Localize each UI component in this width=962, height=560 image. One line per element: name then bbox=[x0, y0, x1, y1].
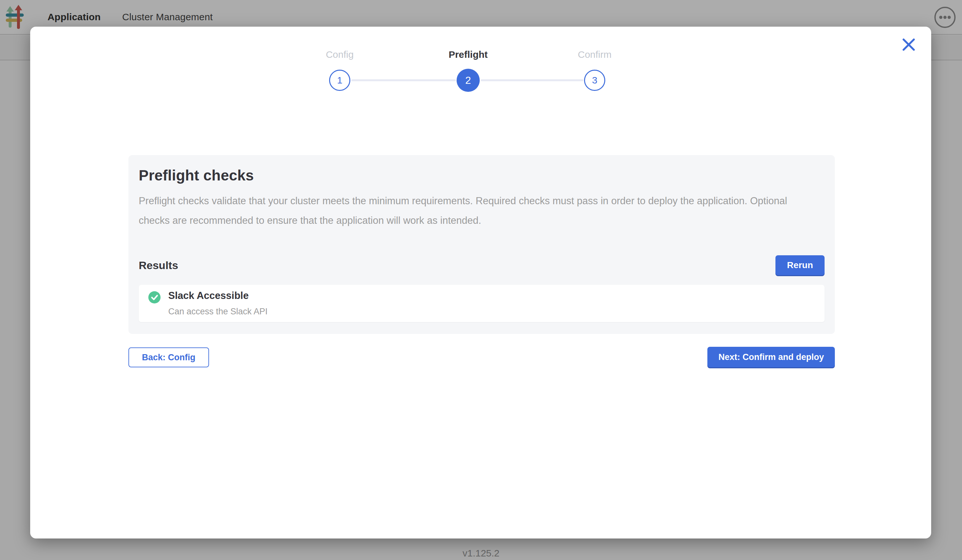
step-circle-confirm[interactable]: 3 bbox=[584, 70, 605, 91]
check-text-block: Slack Accessible Can access the Slack AP… bbox=[168, 290, 268, 316]
stepper-connector bbox=[481, 79, 583, 81]
preflight-result-item: Slack Accessible Can access the Slack AP… bbox=[139, 285, 825, 322]
step-circle-preflight[interactable]: 2 bbox=[457, 69, 480, 92]
results-heading: Results bbox=[139, 259, 178, 272]
step-label-preflight: Preflight bbox=[449, 49, 488, 60]
check-title: Slack Accessible bbox=[168, 290, 268, 302]
close-icon[interactable] bbox=[898, 34, 919, 55]
check-detail: Can access the Slack API bbox=[168, 307, 268, 316]
deploy-wizard-modal: Config Preflight Confirm 1 2 3 Preflight… bbox=[30, 27, 931, 539]
rerun-button[interactable]: Rerun bbox=[775, 255, 825, 275]
step-label-config: Config bbox=[326, 49, 354, 60]
stepper-connector bbox=[351, 79, 456, 81]
preflight-title: Preflight checks bbox=[139, 167, 825, 184]
step-circle-config[interactable]: 1 bbox=[329, 70, 350, 91]
next-button[interactable]: Next: Confirm and deploy bbox=[707, 347, 835, 367]
back-button[interactable]: Back: Config bbox=[128, 347, 209, 367]
preflight-description: Preflight checks validate that your clus… bbox=[139, 191, 808, 230]
app-screen: Application Cluster Management v1.125.2 … bbox=[0, 0, 962, 560]
check-circle-icon bbox=[148, 291, 161, 303]
results-header-row: Results Rerun bbox=[139, 255, 825, 275]
preflight-panel: Preflight checks Preflight checks valida… bbox=[128, 155, 835, 334]
step-label-confirm: Confirm bbox=[578, 49, 611, 60]
